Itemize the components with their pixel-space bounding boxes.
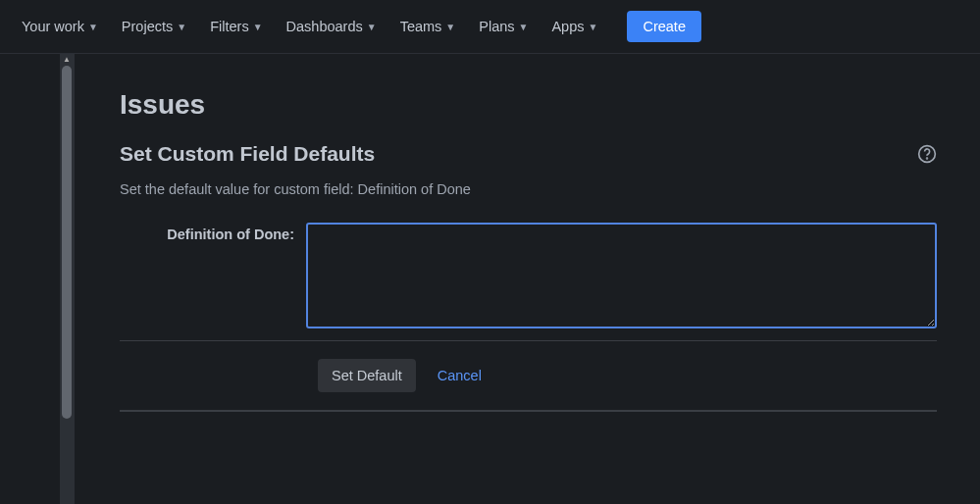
top-nav: Your work ▼ Projects ▼ Filters ▼ Dashboa… [0, 0, 980, 53]
nav-label: Your work [22, 19, 84, 34]
nav-your-work[interactable]: Your work ▼ [14, 13, 106, 40]
help-icon[interactable] [917, 144, 937, 164]
nav-label: Projects [122, 19, 173, 34]
nav-dashboards[interactable]: Dashboards ▼ [279, 13, 385, 40]
scrollbar[interactable]: ▲ [60, 54, 74, 504]
nav-label: Apps [551, 19, 584, 34]
chevron-down-icon: ▼ [367, 22, 377, 32]
nav-teams[interactable]: Teams ▼ [392, 13, 464, 40]
page-title: Issues [120, 89, 937, 121]
nav-plans[interactable]: Plans ▼ [471, 13, 536, 40]
nav-filters[interactable]: Filters ▼ [202, 13, 270, 40]
actions-row: Set Default Cancel [120, 359, 937, 392]
chevron-down-icon: ▼ [88, 22, 98, 32]
chevron-down-icon: ▼ [253, 22, 263, 32]
definition-of-done-input[interactable] [306, 223, 937, 328]
scrollbar-thumb[interactable] [62, 66, 72, 419]
svg-point-1 [927, 158, 928, 159]
section-title: Set Custom Field Defaults [120, 142, 375, 166]
nav-apps[interactable]: Apps ▼ [543, 13, 605, 40]
nav-label: Teams [400, 19, 442, 34]
nav-label: Dashboards [286, 19, 363, 34]
divider [120, 410, 937, 412]
create-button[interactable]: Create [627, 11, 701, 42]
sidebar-gutter: ▲ [0, 54, 75, 504]
chevron-down-icon: ▼ [177, 22, 186, 32]
nav-label: Filters [210, 19, 248, 34]
section-header: Set Custom Field Defaults [120, 142, 937, 166]
nav-projects[interactable]: Projects ▼ [114, 13, 194, 40]
set-default-button[interactable]: Set Default [318, 359, 416, 392]
chevron-down-icon: ▼ [445, 22, 455, 32]
definition-of-done-label: Definition of Done: [120, 223, 306, 242]
section-description: Set the default value for custom field: … [120, 181, 937, 197]
chevron-down-icon: ▼ [589, 22, 598, 32]
form-row: Definition of Done: [120, 223, 937, 328]
layout: ▲ Issues Set Custom Field Defaults Set t… [0, 54, 980, 504]
scrollbar-up-icon[interactable]: ▲ [60, 56, 74, 66]
divider [120, 340, 937, 341]
main-content: Issues Set Custom Field Defaults Set the… [75, 54, 980, 504]
cancel-button[interactable]: Cancel [438, 368, 482, 383]
chevron-down-icon: ▼ [519, 22, 529, 32]
nav-label: Plans [479, 19, 514, 34]
